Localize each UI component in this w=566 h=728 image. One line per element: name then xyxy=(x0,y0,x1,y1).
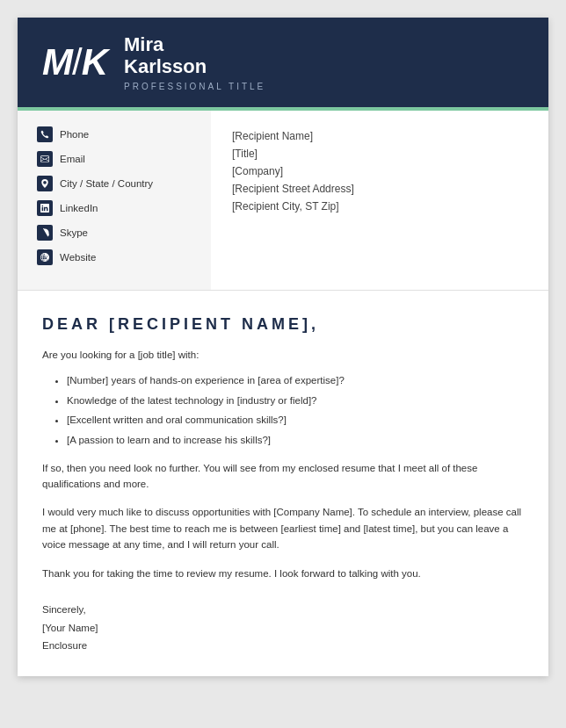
body-intro: Are you looking for a [job title] with: xyxy=(42,348,524,363)
recipient-title: [Title] xyxy=(232,148,527,160)
contact-location: City / State / Country xyxy=(37,176,195,191)
email-label: Email xyxy=(60,154,85,164)
header-name-block: Mira Karlsson PROFESSIONAL TITLE xyxy=(124,33,265,91)
closing-word: Sincerely, xyxy=(42,601,524,619)
location-icon xyxy=(37,176,53,191)
contact-email: Email xyxy=(37,151,195,167)
header-name: Mira Karlsson xyxy=(124,33,265,78)
website-icon xyxy=(37,249,53,265)
letter-body: DEAR [RECIPIENT NAME], Are you looking f… xyxy=(18,291,548,676)
bullet-1: [Number] years of hands-on experience in… xyxy=(67,371,524,390)
body-para-2: I would very much like to discuss opport… xyxy=(42,504,524,552)
linkedin-icon xyxy=(37,200,53,216)
first-name: Mira xyxy=(124,33,163,55)
body-para-1: If so, then you need look no further. Yo… xyxy=(42,460,524,493)
header: M/K Mira Karlsson PROFESSIONAL TITLE xyxy=(18,18,548,107)
bullet-4: [A passion to learn and to increase his … xyxy=(67,431,524,450)
contact-linkedin: LinkedIn xyxy=(37,200,195,216)
your-name: [Your Name] xyxy=(42,619,524,638)
location-label: City / State / Country xyxy=(60,178,153,189)
bullet-2: Knowledge of the latest technology in [i… xyxy=(67,392,524,410)
skype-icon xyxy=(37,225,53,241)
last-name: Karlsson xyxy=(124,55,207,77)
enclosure: Enclosure xyxy=(42,637,524,655)
monogram-box: M/K xyxy=(42,44,106,81)
bullet-3: [Excellent written and oral communicatio… xyxy=(67,411,524,429)
skype-label: Skype xyxy=(60,227,88,238)
contact-column: Phone Email City / State / Country xyxy=(18,111,211,290)
monogram: M/K xyxy=(42,44,106,81)
contact-skype: Skype xyxy=(37,225,195,241)
email-icon xyxy=(37,151,53,167)
recipient-city: [Recipient City, ST Zip] xyxy=(232,200,527,213)
salutation: DEAR [RECIPIENT NAME], xyxy=(42,315,524,334)
phone-icon xyxy=(37,126,53,142)
bullet-list: [Number] years of hands-on experience in… xyxy=(67,371,524,450)
recipient-street: [Recipient Street Address] xyxy=(232,183,527,195)
recipient-company: [Company] xyxy=(232,165,527,177)
website-label: Website xyxy=(60,252,96,263)
contact-phone: Phone xyxy=(37,126,195,142)
cover-letter-page: M/K Mira Karlsson PROFESSIONAL TITLE Pho… xyxy=(18,18,548,676)
linkedin-label: LinkedIn xyxy=(60,203,98,213)
recipient-name: [Recipient Name] xyxy=(232,130,527,142)
phone-label: Phone xyxy=(60,129,89,140)
recipient-column: [Recipient Name] [Title] [Company] [Reci… xyxy=(211,111,548,290)
header-title: PROFESSIONAL TITLE xyxy=(124,82,265,91)
body-para-3: Thank you for taking the time to review … xyxy=(42,566,524,581)
info-section: Phone Email City / State / Country xyxy=(18,111,548,291)
contact-website: Website xyxy=(37,249,195,265)
closing-block: Sincerely, [Your Name] Enclosure xyxy=(42,601,524,655)
